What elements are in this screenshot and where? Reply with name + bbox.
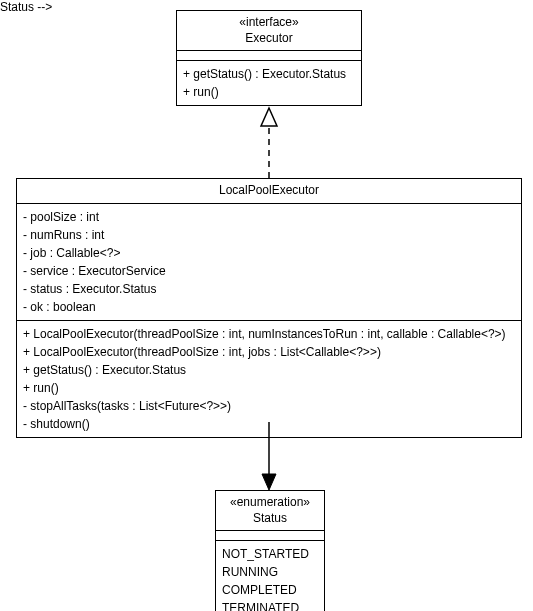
executor-interface-box: «interface» Executor + getStatus() : Exe… — [176, 10, 362, 106]
localpool-fields: - poolSize : int - numRuns : int - job :… — [17, 204, 521, 321]
executor-fields-empty — [177, 51, 361, 61]
localpoolexecutor-box: LocalPoolExecutor - poolSize : int - num… — [16, 178, 522, 438]
method-row: + LocalPoolExecutor(threadPoolSize : int… — [23, 343, 515, 361]
method-row: + run() — [183, 83, 355, 101]
enum-value: TERMINATED — [222, 599, 318, 611]
localpool-methods: + LocalPoolExecutor(threadPoolSize : int… — [17, 321, 521, 437]
field-row: - service : ExecutorService — [23, 262, 515, 280]
executor-stereotype: «interface» — [183, 15, 355, 31]
status-name: Status — [222, 511, 318, 527]
field-row: - poolSize : int — [23, 208, 515, 226]
field-row: - status : Executor.Status — [23, 280, 515, 298]
method-row: - stopAllTasks(tasks : List<Future<?>>) — [23, 397, 515, 415]
status-title: «enumeration» Status — [216, 491, 324, 531]
field-row: - numRuns : int — [23, 226, 515, 244]
method-row: + LocalPoolExecutor(threadPoolSize : int… — [23, 325, 515, 343]
executor-title: «interface» Executor — [177, 11, 361, 51]
status-values: NOT_STARTED RUNNING COMPLETED TERMINATED — [216, 541, 324, 611]
field-row: - job : Callable<?> — [23, 244, 515, 262]
method-row: + getStatus() : Executor.Status — [23, 361, 515, 379]
method-row: + getStatus() : Executor.Status — [183, 65, 355, 83]
enum-value: COMPLETED — [222, 581, 318, 599]
executor-methods: + getStatus() : Executor.Status + run() — [177, 61, 361, 105]
localpool-title: LocalPoolExecutor — [17, 179, 521, 204]
status-empty — [216, 531, 324, 541]
method-row: - shutdown() — [23, 415, 515, 433]
method-row: + run() — [23, 379, 515, 397]
executor-name: Executor — [183, 31, 355, 47]
field-row: - ok : boolean — [23, 298, 515, 316]
localpool-name: LocalPoolExecutor — [23, 183, 515, 199]
svg-marker-1 — [261, 108, 277, 126]
svg-marker-3 — [262, 474, 276, 490]
status-stereotype: «enumeration» — [222, 495, 318, 511]
status-enum-box: «enumeration» Status NOT_STARTED RUNNING… — [215, 490, 325, 611]
enum-value: NOT_STARTED — [222, 545, 318, 563]
enum-value: RUNNING — [222, 563, 318, 581]
